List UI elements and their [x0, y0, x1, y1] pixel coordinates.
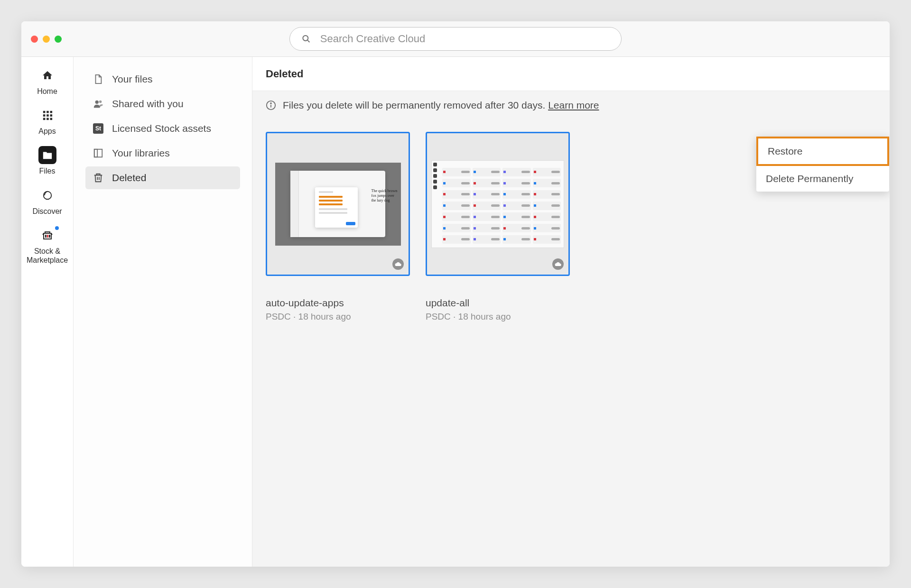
stock-badge-icon: St — [93, 123, 103, 134]
info-icon — [266, 100, 276, 110]
svg-rect-10 — [50, 118, 52, 120]
page-title: Deleted — [266, 68, 303, 80]
trash-icon — [93, 173, 103, 183]
svg-rect-7 — [50, 114, 52, 117]
libraries-icon — [93, 148, 103, 158]
app-window: Home Apps Files — [21, 21, 890, 567]
nav-your-files[interactable]: Your files — [85, 68, 240, 91]
rail-item-stock[interactable]: Stock & Marketplace — [21, 226, 73, 265]
file-icon — [93, 74, 103, 84]
body-area: Home Apps Files — [21, 57, 890, 567]
svg-rect-17 — [94, 149, 102, 157]
nav-label: Your files — [112, 74, 153, 85]
close-window-button[interactable] — [31, 36, 38, 43]
svg-rect-6 — [46, 114, 49, 117]
file-thumbnail[interactable]: The quick brown fox jumps over the lazy … — [266, 132, 410, 276]
rail-label-stock: Stock & Marketplace — [27, 247, 68, 265]
notification-badge — [54, 225, 60, 231]
rail-label-apps: Apps — [38, 127, 56, 136]
nav-label: Your libraries — [112, 147, 170, 159]
svg-rect-3 — [46, 111, 49, 113]
svg-rect-12 — [45, 235, 46, 238]
learn-more-link[interactable]: Learn more — [548, 100, 599, 110]
thumbnail-preview — [431, 160, 564, 248]
files-icon — [38, 146, 56, 164]
apps-icon — [38, 106, 56, 124]
nav-label: Deleted — [112, 172, 146, 184]
svg-rect-14 — [49, 235, 50, 238]
minimize-window-button[interactable] — [43, 36, 50, 43]
window-controls — [31, 36, 62, 43]
svg-rect-4 — [50, 111, 52, 113]
preview-text: The quick brown fox jumps over the lazy … — [372, 189, 398, 203]
search-container — [289, 27, 622, 51]
rail-label-files: Files — [39, 166, 56, 175]
shared-icon — [93, 99, 103, 109]
main-content: Deleted Files you delete will be permane… — [252, 57, 890, 567]
thumbnail-preview: The quick brown fox jumps over the lazy … — [275, 163, 401, 246]
nav-libraries[interactable]: Your libraries — [85, 142, 240, 165]
info-bar: Files you delete will be permanently rem… — [252, 91, 890, 119]
svg-rect-18 — [94, 149, 97, 157]
nav-label: Licensed Stock assets — [112, 123, 211, 134]
svg-rect-8 — [43, 118, 45, 120]
rail-item-home[interactable]: Home — [21, 66, 73, 96]
file-meta: PSDC · 18 hours ago — [426, 312, 570, 322]
search-input[interactable] — [320, 33, 609, 45]
nav-label: Shared with you — [112, 98, 184, 110]
maximize-window-button[interactable] — [55, 36, 62, 43]
svg-rect-5 — [43, 114, 45, 117]
main-header: Deleted — [252, 57, 890, 91]
svg-point-0 — [303, 36, 308, 41]
files-sidebar: Your files Shared with you St Licensed S… — [74, 57, 252, 567]
stock-icon — [38, 226, 56, 244]
nav-stock-assets[interactable]: St Licensed Stock assets — [85, 117, 240, 140]
cloud-icon — [392, 258, 404, 270]
svg-point-21 — [270, 103, 271, 104]
context-menu: Restore Delete Permanently — [756, 137, 889, 192]
file-meta: PSDC · 18 hours ago — [266, 312, 410, 322]
search-icon — [302, 34, 311, 44]
svg-rect-9 — [46, 118, 49, 120]
context-delete-permanently[interactable]: Delete Permanently — [756, 166, 889, 192]
titlebar — [21, 21, 890, 57]
file-thumbnail[interactable] — [426, 132, 570, 276]
svg-point-16 — [99, 101, 102, 103]
files-grid: The quick brown fox jumps over the lazy … — [252, 119, 890, 334]
file-name: update-all — [426, 297, 570, 309]
nav-shared[interactable]: Shared with you — [85, 92, 240, 115]
home-icon — [38, 66, 56, 84]
rail-label-home: Home — [37, 87, 57, 96]
rail-item-discover[interactable]: Discover — [21, 186, 73, 216]
discover-icon — [38, 186, 56, 204]
svg-rect-2 — [43, 111, 45, 113]
cloud-icon — [552, 258, 564, 270]
nav-deleted[interactable]: Deleted — [85, 166, 240, 189]
rail-label-discover: Discover — [32, 207, 62, 216]
file-card[interactable]: update-all PSDC · 18 hours ago — [426, 132, 570, 322]
left-rail: Home Apps Files — [21, 57, 74, 567]
rail-item-apps[interactable]: Apps — [21, 106, 73, 136]
file-name: auto-update-apps — [266, 297, 410, 309]
info-text: Files you delete will be permanently rem… — [283, 100, 599, 111]
context-restore[interactable]: Restore — [756, 137, 889, 166]
search-box[interactable] — [289, 27, 622, 51]
svg-line-1 — [307, 40, 310, 42]
rail-item-files[interactable]: Files — [21, 146, 73, 175]
svg-point-15 — [95, 101, 99, 104]
svg-rect-13 — [47, 235, 48, 238]
file-card[interactable]: The quick brown fox jumps over the lazy … — [266, 132, 410, 322]
